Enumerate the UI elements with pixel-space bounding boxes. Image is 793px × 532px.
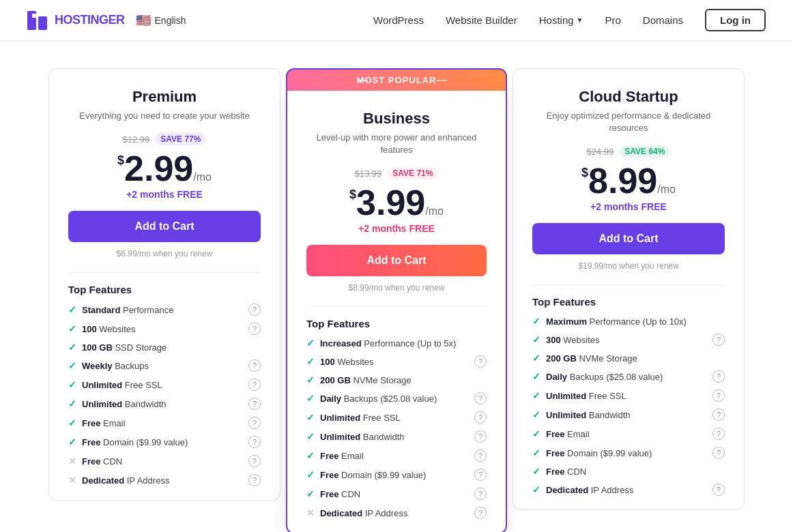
feature-unlimited-bandwidth-c: ✓ Unlimited Bandwidth ?: [532, 409, 725, 421]
nav-link-wordpress[interactable]: WordPress: [373, 14, 424, 26]
check-icon: ✓: [306, 488, 315, 499]
price-display-business: $3.99/mo: [306, 185, 487, 220]
info-icon[interactable]: ?: [248, 474, 261, 486]
info-icon[interactable]: ?: [248, 379, 261, 391]
feature-text: 100 GB SSD Storage: [82, 342, 167, 353]
check-icon: ✓: [532, 409, 540, 420]
feature-unlimited-bandwidth-b: ✓ Unlimited Bandwidth ?: [306, 430, 487, 443]
info-icon[interactable]: ?: [248, 436, 261, 448]
plan-card-cloud-startup: Cloud Startup Enjoy optimized performanc…: [513, 68, 745, 510]
feature-text: Free Domain ($9.99 value): [82, 437, 188, 447]
pricing-row-business: $13.99 SAVE 71%: [306, 167, 487, 179]
feature-100-websites-b: ✓ 100 Websites ?: [306, 355, 487, 368]
check-icon: ✓: [68, 437, 76, 447]
cross-icon: ✕: [306, 507, 315, 518]
info-icon[interactable]: ?: [712, 428, 725, 440]
feature-text: Unlimited Bandwidth: [82, 399, 167, 409]
navbar: HOSTINGER 🇺🇸 English WordPress Website B…: [0, 0, 793, 41]
info-icon[interactable]: ?: [248, 359, 261, 372]
feature-text: Daily Backups ($25.08 value): [320, 394, 437, 404]
check-icon: ✓: [68, 323, 76, 334]
price-dollar-business: $: [349, 188, 356, 201]
info-icon[interactable]: ?: [248, 417, 261, 429]
feature-text: 100 Websites: [82, 324, 136, 334]
save-badge-business: SAVE 71%: [387, 167, 438, 179]
feature-text: Standard Performance: [82, 305, 173, 315]
info-icon[interactable]: ?: [474, 430, 487, 443]
info-icon[interactable]: ?: [248, 398, 261, 410]
svg-rect-1: [38, 16, 47, 30]
feature-dedicated-ip-c: ✓ Dedicated IP Address ?: [532, 484, 725, 496]
check-icon: ✓: [306, 338, 315, 349]
info-icon[interactable]: ?: [712, 334, 725, 346]
info-icon[interactable]: ?: [474, 469, 487, 481]
info-icon[interactable]: ?: [248, 323, 261, 335]
plan-desc-business: Level-up with more power and enhanced fe…: [306, 132, 487, 156]
info-icon[interactable]: ?: [474, 488, 487, 500]
nav-link-hosting[interactable]: Hosting ▼: [539, 14, 583, 26]
check-icon: ✓: [306, 450, 315, 461]
feature-200gb-nvme-c: ✓ 200 GB NVMe Storage: [532, 353, 725, 364]
feature-text: Unlimited Bandwidth: [546, 410, 631, 420]
login-button[interactable]: Log in: [705, 9, 766, 31]
price-period-cloud-startup: /mo: [657, 183, 676, 195]
info-icon[interactable]: ?: [712, 389, 725, 402]
logo-icon: [27, 11, 49, 30]
feature-standard-performance: ✓ Standard Performance ?: [68, 304, 261, 316]
renew-price-premium: $6.99/mo when you renew: [68, 249, 261, 258]
add-to-cart-business[interactable]: Add to Cart: [306, 245, 487, 276]
info-icon[interactable]: ?: [712, 447, 725, 459]
check-icon: ✓: [532, 447, 540, 458]
info-icon[interactable]: ?: [474, 449, 487, 462]
save-badge-premium: SAVE 77%: [155, 133, 206, 145]
old-price-cloud-startup: $24.99: [587, 147, 614, 157]
main-content: Premium Everything you need to create yo…: [0, 41, 793, 532]
nav-link-website-builder[interactable]: Website Builder: [446, 14, 517, 26]
feature-list-premium: ✓ Standard Performance ? ✓ 100 Websites …: [68, 304, 261, 486]
chevron-down-icon: ▼: [577, 16, 583, 24]
hosting-label: Hosting: [539, 14, 574, 26]
price-amount-cloud-startup: 8.99: [588, 161, 657, 201]
info-icon[interactable]: ?: [474, 355, 487, 368]
feature-text: Free Email: [320, 451, 364, 461]
divider-business: [306, 306, 487, 307]
price-display-cloud-startup: $8.99/mo: [532, 163, 725, 198]
info-icon[interactable]: ?: [712, 484, 725, 496]
nav-link-pro[interactable]: Pro: [605, 14, 620, 26]
logo[interactable]: HOSTINGER: [27, 11, 125, 30]
info-icon[interactable]: ?: [712, 409, 725, 421]
pricing-row-cloud-startup: $24.99 SAVE 64%: [532, 145, 725, 158]
price-dollar-cloud-startup: $: [581, 166, 588, 179]
lang-label: English: [155, 15, 186, 26]
price-period-business: /mo: [425, 205, 444, 217]
old-price-business: $13.99: [355, 168, 382, 179]
pricing-row-premium: $12.99 SAVE 77%: [68, 133, 261, 145]
feature-text: Free Email: [546, 429, 590, 439]
check-icon: ✓: [306, 393, 315, 404]
add-to-cart-premium[interactable]: Add to Cart: [68, 211, 261, 242]
info-icon[interactable]: ?: [712, 370, 725, 383]
info-icon[interactable]: ?: [474, 411, 487, 424]
feature-list-cloud-startup: ✓ Maximum Performance (Up to 10x) ✓ 300 …: [532, 316, 725, 496]
info-icon[interactable]: ?: [474, 392, 487, 404]
feature-text: Increased Performance (Up to 5x): [320, 338, 456, 349]
check-icon: ✓: [68, 379, 76, 390]
features-title-business: Top Features: [306, 318, 487, 329]
info-icon[interactable]: ?: [248, 455, 261, 467]
info-icon[interactable]: ?: [474, 507, 487, 519]
language-selector[interactable]: 🇺🇸 English: [136, 13, 186, 28]
check-icon: ✓: [68, 342, 76, 353]
feature-daily-backups-b: ✓ Daily Backups ($25.08 value) ?: [306, 392, 487, 404]
feature-max-performance: ✓ Maximum Performance (Up to 10x): [532, 316, 725, 327]
save-badge-cloud-startup: SAVE 64%: [619, 145, 670, 158]
add-to-cart-cloud-startup[interactable]: Add to Cart: [532, 223, 725, 254]
feature-text: Free Email: [82, 418, 126, 428]
free-months-cloud-startup: +2 months FREE: [532, 201, 725, 212]
check-icon: ✓: [532, 371, 540, 382]
price-dollar-premium: $: [117, 153, 124, 167]
plan-name-cloud-startup: Cloud Startup: [532, 88, 725, 106]
nav-link-domains[interactable]: Domains: [643, 14, 683, 26]
check-icon: ✓: [532, 353, 540, 364]
info-icon[interactable]: ?: [248, 304, 261, 316]
feature-200gb-nvme: ✓ 200 GB NVMe Storage: [306, 374, 487, 385]
